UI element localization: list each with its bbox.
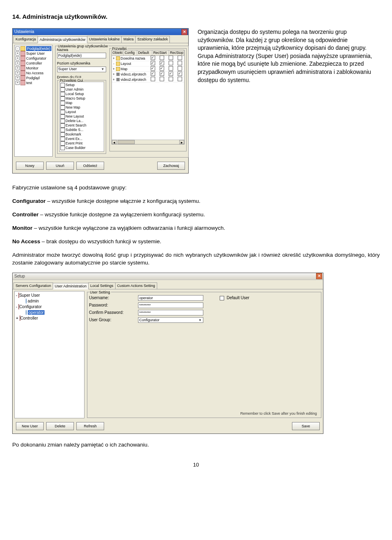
privilege-row[interactable]: +video2.elprotech <box>112 77 185 82</box>
tree-item[interactable]: +Podgląd <box>16 76 51 80</box>
checkbox-icon[interactable] <box>169 71 173 76</box>
username-input[interactable] <box>138 295 203 301</box>
tree-item[interactable]: +No Access <box>16 71 51 76</box>
user-group-combo[interactable]: Configurator▼ <box>138 317 203 323</box>
gui-item[interactable]: Delete La... <box>60 119 103 123</box>
checkbox-icon[interactable] <box>60 119 65 123</box>
expand-icon[interactable]: - <box>16 293 17 298</box>
tree-item[interactable]: - Configurator <box>16 304 83 310</box>
column-header[interactable]: Obiekt <box>112 50 124 56</box>
expand-icon[interactable]: - <box>16 304 17 309</box>
tree-item[interactable]: admin <box>16 298 83 304</box>
expand-icon[interactable]: + <box>113 78 115 82</box>
expand-icon[interactable]: + <box>16 66 20 70</box>
checkbox-icon[interactable] <box>160 77 164 81</box>
checkbox-icon[interactable] <box>60 141 65 146</box>
expand-icon[interactable]: + <box>16 61 20 65</box>
new-button[interactable]: Nowy <box>16 162 44 170</box>
column-header[interactable]: RecStart <box>152 50 169 56</box>
tab-administracja-u-ytkownik-w[interactable]: Administracja użytkowników <box>38 36 87 43</box>
tree-item[interactable]: +Monitor <box>16 66 51 71</box>
delete-button[interactable]: Usuń <box>46 162 74 170</box>
gui-item[interactable]: Event Ex... <box>60 137 103 141</box>
gui-item[interactable]: New Map <box>60 105 103 110</box>
expand-icon[interactable]: + <box>16 81 20 85</box>
checkbox-icon[interactable] <box>60 96 65 101</box>
checkbox-icon[interactable] <box>60 110 65 114</box>
close-icon[interactable]: ✕ <box>181 29 187 35</box>
tab-local-settings[interactable]: Local Settings <box>88 282 116 289</box>
checkbox-icon[interactable] <box>160 61 164 65</box>
checkbox-icon[interactable] <box>60 128 65 132</box>
new-user-button[interactable]: New User <box>16 422 44 430</box>
refresh-button[interactable]: Odśwież <box>76 162 104 170</box>
tree-item[interactable]: -Podgląd(wide) <box>16 46 51 51</box>
tab-servers-configuration[interactable]: Servers Configuration <box>13 282 53 289</box>
gui-item[interactable]: Layout <box>60 110 103 114</box>
gui-item[interactable]: Setup <box>60 83 103 87</box>
checkbox-icon[interactable] <box>169 56 173 60</box>
checkbox-icon[interactable] <box>178 66 182 71</box>
checkbox-icon[interactable] <box>178 61 182 65</box>
checkbox-icon[interactable] <box>151 77 155 81</box>
checkbox-icon[interactable] <box>60 101 65 105</box>
checkbox-icon[interactable] <box>160 66 164 71</box>
checkbox-icon[interactable] <box>178 77 182 81</box>
group-name-input[interactable] <box>57 53 106 58</box>
titlebar[interactable]: Setup ✕ <box>13 273 323 280</box>
save-button[interactable]: Save <box>292 422 320 430</box>
checkbox-icon[interactable] <box>60 132 65 137</box>
tab-custom-actions-setting[interactable]: Custom Actions Setting <box>115 282 157 289</box>
tree-item[interactable]: +Configurator <box>16 56 51 61</box>
gui-item[interactable]: Macro Setup <box>60 96 103 101</box>
tab-user-administration[interactable]: User Administration <box>53 283 89 290</box>
password-input[interactable] <box>138 302 203 308</box>
save-button[interactable]: Zachowaj <box>157 162 185 170</box>
tab-ustawienia-lokalne[interactable]: Ustawienia lokalne <box>87 36 122 43</box>
expand-icon[interactable]: + <box>113 56 115 60</box>
gui-item[interactable]: Case Builder <box>60 146 103 150</box>
checkbox-icon[interactable] <box>151 61 155 65</box>
expand-icon[interactable]: - <box>113 62 114 66</box>
checkbox-icon[interactable] <box>169 61 173 65</box>
expand-icon[interactable]: + <box>16 71 20 75</box>
expand-icon[interactable]: + <box>16 51 20 56</box>
gui-item[interactable]: Event Print <box>60 141 103 146</box>
gui-item[interactable]: Bookmark <box>60 132 103 137</box>
tree-item[interactable]: - Super User <box>16 293 83 298</box>
gui-item[interactable]: Event Search <box>60 123 103 128</box>
tree-item[interactable]: +Controller <box>16 61 51 66</box>
checkbox-icon[interactable] <box>60 146 65 150</box>
expand-icon[interactable]: + <box>16 76 20 80</box>
tree-item[interactable]: operator <box>16 310 83 316</box>
confirm-input[interactable] <box>138 310 203 316</box>
tab-konfiguracja[interactable]: Konfiguracja <box>13 36 38 43</box>
gui-item[interactable]: Subtitle S... <box>60 128 103 132</box>
default-user-checkbox[interactable] <box>220 296 224 300</box>
expand-icon[interactable]: + <box>16 316 18 320</box>
checkbox-icon[interactable] <box>178 71 182 76</box>
close-icon[interactable]: ✕ <box>316 273 322 279</box>
titlebar[interactable]: Ustawienia ✕ <box>13 29 188 35</box>
expand-icon[interactable]: + <box>113 72 115 76</box>
checkbox-icon[interactable] <box>151 56 155 60</box>
tab-makra[interactable]: Makra <box>121 36 136 43</box>
checkbox-icon[interactable] <box>169 77 173 81</box>
checkbox-icon[interactable] <box>60 123 65 128</box>
checkbox-icon[interactable] <box>60 92 65 96</box>
checkbox-icon[interactable] <box>60 114 65 119</box>
checkbox-icon[interactable] <box>151 66 155 71</box>
expand-icon[interactable]: + <box>113 67 115 71</box>
tree-item[interactable]: +Super User <box>16 51 51 56</box>
expand-icon[interactable]: + <box>16 56 20 60</box>
checkbox-icon[interactable] <box>60 105 65 110</box>
tree-item[interactable]: +test <box>16 80 51 85</box>
gui-item[interactable]: Map <box>60 101 103 105</box>
user-level-combo[interactable]: Super User▼ <box>57 67 106 72</box>
checkbox-icon[interactable] <box>160 71 164 76</box>
checkbox-icon[interactable] <box>60 87 65 92</box>
checkbox-icon[interactable] <box>60 83 65 87</box>
checkbox-icon[interactable] <box>169 66 173 71</box>
gui-item[interactable]: Local Setup <box>60 92 103 96</box>
checkbox-icon[interactable] <box>151 71 155 76</box>
